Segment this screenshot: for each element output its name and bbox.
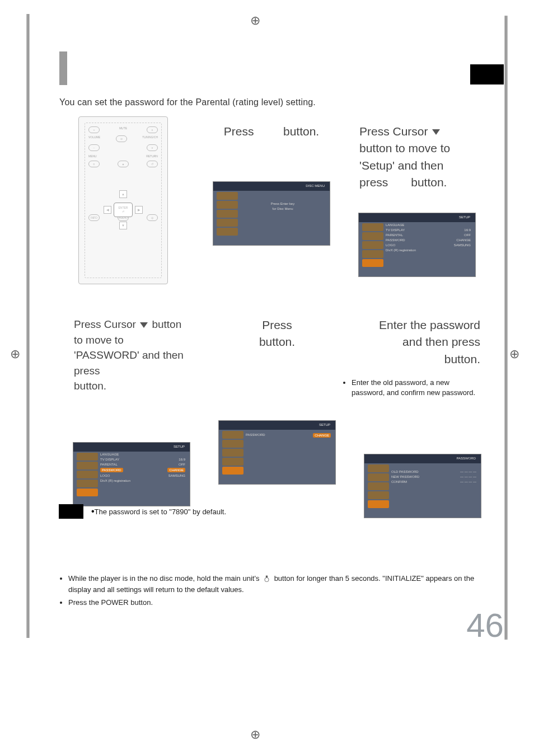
stop-button-icon	[263, 574, 270, 581]
osd-screenshot: SETUP PASSWORDCHANGE	[218, 420, 336, 485]
remote-label: MENU	[88, 154, 97, 158]
step-text: button.	[444, 353, 480, 365]
step-3: Press Cursor button to move to 'PASSWORD…	[73, 306, 190, 518]
registration-mark-icon: ⊕	[509, 347, 519, 361]
remote-illustration-cell: +MUTE∧ VOLUME⊘TUNING/CH −∨ MENURETURN ≡▲…	[73, 112, 185, 284]
remote-label: MUTE	[119, 126, 127, 133]
cursor-down-icon	[432, 129, 440, 135]
osd-line: for Disc Menu	[272, 207, 293, 210]
osd-screenshot: SETUP LANGUAGE TV DISPLAY16:9 PARENTALOF…	[358, 213, 476, 277]
step-text: Enter the password and then press	[379, 318, 480, 348]
manual-page: ⊕ ⊕ ⊕ ⊕ You can set the password for the…	[0, 0, 534, 756]
osd-line: LOGO	[100, 474, 110, 477]
remote-label: VOLUME	[88, 135, 100, 142]
crop-rule	[27, 14, 27, 638]
enter-pad-icon: ▲▼◀▶ ENTER⏎	[104, 190, 143, 229]
osd-line: TV DISPLAY	[100, 458, 119, 461]
step-text: Press	[262, 318, 292, 331]
osd-line: DivX (R) registration	[386, 248, 416, 252]
note-badge	[59, 504, 83, 519]
step-2: Press Cursor button to move to 'Setup' a…	[358, 112, 476, 284]
osd-line: LOGO	[386, 243, 395, 247]
title-accent	[59, 51, 67, 85]
remote-label: INFO	[88, 214, 100, 221]
osd-line: DivX (R) registration	[100, 479, 130, 482]
registration-mark-icon: ⊕	[250, 13, 260, 28]
step-text: Press Cursor	[74, 318, 136, 330]
step-text: Press	[224, 125, 254, 138]
osd-line: LANGUAGE	[386, 223, 404, 227]
default-password-note: • The password is set to "7890" by defau…	[59, 504, 226, 519]
osd-line: CONFIRM	[391, 480, 407, 483]
step-text: button.	[259, 335, 295, 348]
registration-mark-icon: ⊕	[250, 727, 260, 742]
forgot-bullet: While the player is in the no disc mode,…	[68, 573, 485, 595]
crop-rule	[507, 16, 507, 640]
step-5-note: Enter the old password, a new password, …	[343, 378, 477, 397]
step-text: button.	[74, 380, 106, 392]
registration-mark-icon: ⊕	[10, 347, 20, 361]
svg-point-0	[265, 577, 269, 581]
remote-label: RETURN	[146, 154, 158, 158]
crop-rule	[29, 14, 29, 638]
step-text: button.	[411, 176, 447, 189]
osd-line: PASSWORD	[100, 468, 123, 472]
intro-text: You can set the password for the Parenta…	[59, 97, 316, 107]
osd-screenshot: PASSWORD OLD PASSWORD— — — — NEW PASSWOR…	[364, 454, 481, 518]
steps-grid: +MUTE∧ VOLUME⊘TUNING/CH −∨ MENURETURN ≡▲…	[73, 112, 476, 518]
remote-illustration: +MUTE∧ VOLUME⊘TUNING/CH −∨ MENURETURN ≡▲…	[78, 116, 168, 284]
step-text: Press Cursor	[359, 125, 428, 138]
forgot-password-section: While the player is in the no disc mode,…	[59, 573, 485, 611]
remote-label: TUNING/CH	[142, 135, 158, 142]
osd-screenshot: DISC MENU Press Enter key for Disc Menu	[213, 181, 330, 246]
note-bullet: Enter the old password, a new password, …	[352, 378, 477, 397]
step-4: Press button. SETUP PASSWORDCHANGE	[218, 306, 336, 518]
osd-screenshot: SETUP LANGUAGE TV DISPLAY16:9 PARENTALOF…	[73, 442, 190, 506]
step-5: Enter the password and then press button…	[364, 306, 481, 518]
osd-line: Press Enter key	[271, 202, 294, 205]
step-1: Press button. DISC MENU Press Enter key …	[213, 112, 330, 284]
cursor-down-icon	[140, 322, 148, 328]
step-text: button.	[283, 125, 319, 138]
page-number: 46	[466, 606, 504, 645]
osd-line: OLD PASSWORD	[391, 470, 419, 473]
remote-label: ENTER	[119, 206, 128, 210]
section-tab	[470, 64, 504, 84]
forgot-bullet: Press the POWER button.	[68, 597, 485, 608]
osd-line: TV DISPLAY	[386, 228, 405, 232]
note-text: The password is set to "7890" by default…	[95, 508, 226, 516]
svg-rect-1	[266, 576, 268, 577]
osd-line: PARENTAL	[100, 463, 118, 466]
osd-line: PASSWORD	[386, 238, 405, 242]
osd-line: NEW PASSWORD	[391, 475, 419, 478]
osd-line: LANGUAGE	[100, 453, 119, 456]
osd-line: PASSWORD	[246, 433, 265, 438]
crop-rule	[505, 16, 505, 640]
forgot-text: While the player is in the no disc mode,…	[68, 574, 259, 583]
osd-line: PARENTAL	[386, 233, 403, 237]
